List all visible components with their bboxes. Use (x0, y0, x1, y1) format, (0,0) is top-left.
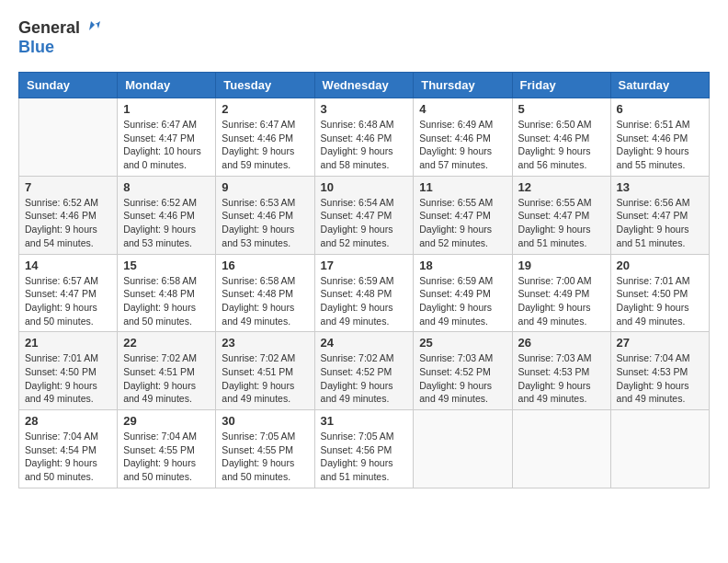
day-number: 15 (123, 259, 210, 272)
day-number: 26 (518, 336, 605, 350)
calendar-cell: 31Sunrise: 7:05 AM Sunset: 4:56 PM Dayli… (314, 410, 414, 488)
day-number: 5 (518, 102, 605, 116)
day-info: Sunrise: 7:01 AM Sunset: 4:50 PM Dayligh… (25, 351, 111, 406)
day-info: Sunrise: 6:55 AM Sunset: 4:47 PM Dayligh… (518, 196, 605, 250)
calendar-cell: 8Sunrise: 6:52 AM Sunset: 4:46 PM Daylig… (118, 176, 216, 254)
logo-general: General (18, 18, 80, 38)
week-row-3: 14Sunrise: 6:57 AM Sunset: 4:47 PM Dayli… (19, 254, 710, 332)
weekday-header-saturday: Saturday (610, 73, 709, 98)
calendar-cell (19, 98, 118, 177)
day-number: 25 (419, 336, 506, 350)
day-info: Sunrise: 7:05 AM Sunset: 4:56 PM Dayligh… (321, 430, 408, 484)
day-info: Sunrise: 6:51 AM Sunset: 4:46 PM Dayligh… (617, 118, 703, 172)
day-info: Sunrise: 6:56 AM Sunset: 4:47 PM Dayligh… (617, 196, 703, 250)
calendar-cell: 11Sunrise: 6:55 AM Sunset: 4:47 PM Dayli… (414, 176, 512, 254)
calendar-cell: 17Sunrise: 6:59 AM Sunset: 4:48 PM Dayli… (314, 254, 414, 332)
svg-marker-0 (89, 21, 100, 30)
calendar-cell: 30Sunrise: 7:05 AM Sunset: 4:55 PM Dayli… (216, 410, 314, 488)
day-info: Sunrise: 7:02 AM Sunset: 4:52 PM Dayligh… (321, 351, 408, 406)
day-info: Sunrise: 6:58 AM Sunset: 4:48 PM Dayligh… (123, 274, 210, 328)
week-row-2: 7Sunrise: 6:52 AM Sunset: 4:46 PM Daylig… (19, 176, 710, 254)
calendar-cell: 13Sunrise: 6:56 AM Sunset: 4:47 PM Dayli… (610, 176, 709, 254)
logo-bird-icon (82, 19, 100, 38)
calendar-cell: 10Sunrise: 6:54 AM Sunset: 4:47 PM Dayli… (314, 176, 414, 254)
day-info: Sunrise: 6:55 AM Sunset: 4:47 PM Dayligh… (419, 196, 506, 250)
day-info: Sunrise: 7:01 AM Sunset: 4:50 PM Dayligh… (617, 274, 703, 328)
day-number: 24 (321, 336, 408, 350)
calendar-cell: 4Sunrise: 6:49 AM Sunset: 4:46 PM Daylig… (414, 98, 512, 177)
day-info: Sunrise: 6:49 AM Sunset: 4:46 PM Dayligh… (419, 118, 506, 172)
day-info: Sunrise: 7:04 AM Sunset: 4:55 PM Dayligh… (123, 430, 210, 484)
day-info: Sunrise: 6:52 AM Sunset: 4:46 PM Dayligh… (123, 196, 210, 250)
day-number: 20 (617, 259, 703, 272)
day-info: Sunrise: 7:03 AM Sunset: 4:52 PM Dayligh… (419, 351, 506, 406)
calendar-cell: 3Sunrise: 6:48 AM Sunset: 4:46 PM Daylig… (314, 98, 414, 177)
calendar-cell: 2Sunrise: 6:47 AM Sunset: 4:46 PM Daylig… (216, 98, 314, 177)
day-number: 22 (123, 336, 210, 350)
day-number: 21 (25, 336, 111, 350)
day-info: Sunrise: 7:03 AM Sunset: 4:53 PM Dayligh… (518, 351, 605, 406)
calendar-cell: 27Sunrise: 7:04 AM Sunset: 4:53 PM Dayli… (610, 332, 709, 410)
weekday-header-friday: Friday (512, 73, 610, 98)
calendar-cell: 20Sunrise: 7:01 AM Sunset: 4:50 PM Dayli… (610, 254, 709, 332)
calendar-cell: 19Sunrise: 7:00 AM Sunset: 4:49 PM Dayli… (512, 254, 610, 332)
day-number: 9 (222, 180, 308, 194)
calendar-cell: 26Sunrise: 7:03 AM Sunset: 4:53 PM Dayli… (512, 332, 610, 410)
day-info: Sunrise: 6:50 AM Sunset: 4:46 PM Dayligh… (518, 118, 605, 172)
day-number: 1 (123, 102, 210, 116)
calendar-table: SundayMondayTuesdayWednesdayThursdayFrid… (18, 72, 710, 488)
day-info: Sunrise: 6:59 AM Sunset: 4:48 PM Dayligh… (321, 274, 408, 328)
day-number: 4 (419, 102, 506, 116)
week-row-4: 21Sunrise: 7:01 AM Sunset: 4:50 PM Dayli… (19, 332, 710, 410)
week-row-5: 28Sunrise: 7:04 AM Sunset: 4:54 PM Dayli… (19, 410, 710, 488)
weekday-header-tuesday: Tuesday (216, 73, 314, 98)
day-number: 10 (321, 180, 408, 194)
day-number: 27 (617, 336, 703, 350)
week-row-1: 1Sunrise: 6:47 AM Sunset: 4:47 PM Daylig… (19, 98, 710, 177)
day-number: 14 (25, 259, 111, 272)
weekday-header-wednesday: Wednesday (314, 73, 414, 98)
calendar-cell: 1Sunrise: 6:47 AM Sunset: 4:47 PM Daylig… (118, 98, 216, 177)
day-number: 23 (222, 336, 308, 350)
calendar-cell: 24Sunrise: 7:02 AM Sunset: 4:52 PM Dayli… (314, 332, 414, 410)
calendar-cell: 6Sunrise: 6:51 AM Sunset: 4:46 PM Daylig… (610, 98, 709, 177)
day-info: Sunrise: 7:02 AM Sunset: 4:51 PM Dayligh… (123, 351, 210, 406)
day-info: Sunrise: 7:05 AM Sunset: 4:55 PM Dayligh… (222, 430, 308, 484)
logo: General Blue (18, 18, 100, 57)
calendar-cell: 14Sunrise: 6:57 AM Sunset: 4:47 PM Dayli… (19, 254, 118, 332)
header: General Blue (18, 18, 710, 57)
day-info: Sunrise: 6:58 AM Sunset: 4:48 PM Dayligh… (222, 274, 308, 328)
day-number: 31 (321, 414, 408, 428)
day-number: 18 (419, 259, 506, 272)
calendar-cell: 15Sunrise: 6:58 AM Sunset: 4:48 PM Dayli… (118, 254, 216, 332)
weekday-header-monday: Monday (118, 73, 216, 98)
weekday-header-sunday: Sunday (19, 73, 118, 98)
calendar-cell: 25Sunrise: 7:03 AM Sunset: 4:52 PM Dayli… (414, 332, 512, 410)
day-number: 2 (222, 102, 308, 116)
day-info: Sunrise: 6:59 AM Sunset: 4:49 PM Dayligh… (419, 274, 506, 328)
calendar-cell: 23Sunrise: 7:02 AM Sunset: 4:51 PM Dayli… (216, 332, 314, 410)
day-info: Sunrise: 7:04 AM Sunset: 4:54 PM Dayligh… (25, 430, 111, 484)
day-number: 8 (123, 180, 210, 194)
calendar-cell: 18Sunrise: 6:59 AM Sunset: 4:49 PM Dayli… (414, 254, 512, 332)
day-info: Sunrise: 7:04 AM Sunset: 4:53 PM Dayligh… (617, 351, 703, 406)
calendar-cell (512, 410, 610, 488)
calendar-cell: 7Sunrise: 6:52 AM Sunset: 4:46 PM Daylig… (19, 176, 118, 254)
day-info: Sunrise: 7:02 AM Sunset: 4:51 PM Dayligh… (222, 351, 308, 406)
logo-blue: Blue (18, 38, 54, 57)
day-info: Sunrise: 7:00 AM Sunset: 4:49 PM Dayligh… (518, 274, 605, 328)
weekday-header-thursday: Thursday (414, 73, 512, 98)
day-number: 29 (123, 414, 210, 428)
day-number: 19 (518, 259, 605, 272)
day-info: Sunrise: 6:48 AM Sunset: 4:46 PM Dayligh… (321, 118, 408, 172)
calendar-cell: 29Sunrise: 7:04 AM Sunset: 4:55 PM Dayli… (118, 410, 216, 488)
day-number: 3 (321, 102, 408, 116)
day-number: 17 (321, 259, 408, 272)
day-info: Sunrise: 6:52 AM Sunset: 4:46 PM Dayligh… (25, 196, 111, 250)
day-info: Sunrise: 6:47 AM Sunset: 4:47 PM Dayligh… (123, 118, 210, 172)
weekday-header-row: SundayMondayTuesdayWednesdayThursdayFrid… (19, 73, 710, 98)
day-number: 16 (222, 259, 308, 272)
day-number: 11 (419, 180, 506, 194)
day-info: Sunrise: 6:57 AM Sunset: 4:47 PM Dayligh… (25, 274, 111, 328)
day-number: 30 (222, 414, 308, 428)
